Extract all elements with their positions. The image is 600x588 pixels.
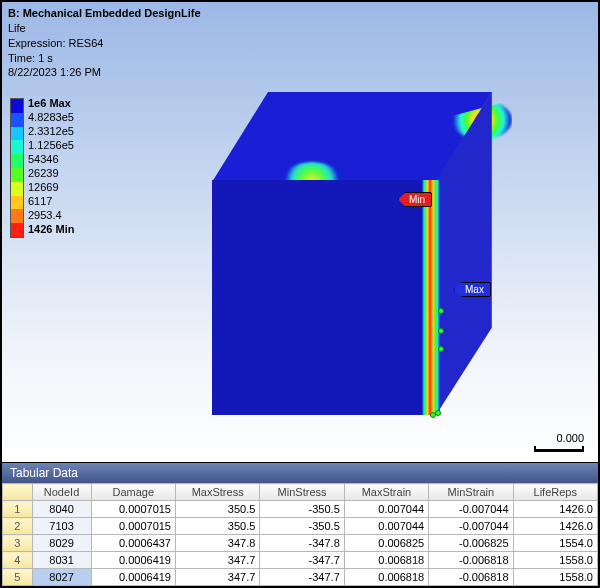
result-header: B: Mechanical Embedded DesignLife Life E…	[8, 6, 201, 80]
table-cell[interactable]: 1554.0	[513, 535, 597, 552]
table-cell[interactable]: -350.5	[260, 518, 344, 535]
corner-cell	[3, 484, 33, 501]
model-geometry[interactable]: Min Max	[212, 92, 562, 422]
result-expression: Expression: RES64	[8, 36, 201, 51]
table-cell[interactable]: 0.006818	[344, 569, 428, 586]
table-cell[interactable]: 8031	[32, 552, 91, 569]
legend-level: 12669	[28, 182, 74, 196]
hotspot-edge-gradient	[422, 180, 430, 415]
probe-dot[interactable]	[438, 308, 444, 314]
graphics-viewport[interactable]: B: Mechanical Embedded DesignLife Life E…	[2, 2, 598, 462]
table-cell[interactable]: -347.7	[260, 569, 344, 586]
legend-segment	[11, 223, 23, 237]
app-frame: B: Mechanical Embedded DesignLife Life E…	[0, 0, 600, 588]
table-cell[interactable]: 8029	[32, 535, 91, 552]
system-title: B: Mechanical Embedded DesignLife	[8, 6, 201, 21]
legend-segment	[11, 209, 23, 223]
legend-segment	[11, 154, 23, 168]
tabular-data-title[interactable]: Tabular Data	[2, 463, 598, 483]
row-index[interactable]: 4	[3, 552, 33, 569]
row-index[interactable]: 3	[3, 535, 33, 552]
tabular-data-table[interactable]: NodeId Damage MaxStress MinStress MaxStr…	[2, 483, 598, 586]
table-cell[interactable]: 0.006818	[344, 552, 428, 569]
table-cell[interactable]: -0.006818	[429, 552, 513, 569]
probe-dot[interactable]	[438, 346, 444, 352]
table-row[interactable]: 380290.0006437347.8-347.80.006825-0.0068…	[3, 535, 598, 552]
legend-level: 54346	[28, 154, 74, 168]
legend-colorbar	[10, 98, 24, 238]
legend-level: 26239	[28, 168, 74, 182]
col-header[interactable]: MinStress	[260, 484, 344, 501]
table-cell[interactable]: 1558.0	[513, 569, 597, 586]
tabular-data-panel: Tabular Data NodeId Damage MaxStress Min…	[2, 462, 598, 586]
col-header[interactable]: LifeReps	[513, 484, 597, 501]
legend-level: 6117	[28, 196, 74, 210]
table-cell[interactable]: 8040	[32, 501, 91, 518]
table-cell[interactable]: 350.5	[175, 518, 259, 535]
scale-bar: 0.000	[534, 432, 584, 452]
table-cell[interactable]: 0.007044	[344, 518, 428, 535]
result-timestamp: 8/22/2023 1:26 PM	[8, 65, 201, 80]
table-cell[interactable]: 0.0006437	[91, 535, 175, 552]
table-cell[interactable]: 1426.0	[513, 501, 597, 518]
table-cell[interactable]: 347.7	[175, 552, 259, 569]
table-row[interactable]: 580270.0006419347.7-347.70.006818-0.0068…	[3, 569, 598, 586]
col-header[interactable]: MaxStress	[175, 484, 259, 501]
table-cell[interactable]: 0.007044	[344, 501, 428, 518]
table-cell[interactable]: 0.0007015	[91, 501, 175, 518]
hotspot-edge-gradient	[430, 180, 440, 415]
table-cell[interactable]: -347.7	[260, 552, 344, 569]
table-cell[interactable]: 0.0006419	[91, 552, 175, 569]
col-header[interactable]: MaxStrain	[344, 484, 428, 501]
legend-segment	[11, 99, 23, 113]
table-row[interactable]: 271030.0007015350.5-350.50.007044-0.0070…	[3, 518, 598, 535]
contour-legend[interactable]: 1e6 Max 4.8283e5 2.3312e5 1.1256e5 54346…	[10, 98, 74, 238]
table-cell[interactable]: -0.006818	[429, 569, 513, 586]
legend-segment	[11, 113, 23, 127]
legend-segment	[11, 196, 23, 210]
legend-level: 2.3312e5	[28, 126, 74, 140]
table-cell[interactable]: 1558.0	[513, 552, 597, 569]
table-header-row: NodeId Damage MaxStress MinStress MaxStr…	[3, 484, 598, 501]
table-cell[interactable]: -350.5	[260, 501, 344, 518]
col-header[interactable]: Damage	[91, 484, 175, 501]
probe-dot[interactable]	[438, 328, 444, 334]
scale-value: 0.000	[556, 432, 584, 444]
result-time: Time: 1 s	[8, 51, 201, 66]
table-cell[interactable]: 347.7	[175, 569, 259, 586]
legend-segment	[11, 140, 23, 154]
table-cell[interactable]: 8027	[32, 569, 91, 586]
cube-front-face	[212, 180, 436, 415]
legend-segment	[11, 182, 23, 196]
table-cell[interactable]: -0.007044	[429, 518, 513, 535]
result-name: Life	[8, 21, 201, 36]
legend-max: 1e6 Max	[28, 98, 74, 112]
table-cell[interactable]: 1426.0	[513, 518, 597, 535]
table-cell[interactable]: 347.8	[175, 535, 259, 552]
table-cell[interactable]: 0.0007015	[91, 518, 175, 535]
legend-min: 1426 Min	[28, 224, 74, 238]
table-cell[interactable]: 7103	[32, 518, 91, 535]
legend-level: 2953.4	[28, 210, 74, 224]
col-header[interactable]: MinStrain	[429, 484, 513, 501]
legend-level: 1.1256e5	[28, 140, 74, 154]
legend-segment	[11, 168, 23, 182]
table-cell[interactable]: 350.5	[175, 501, 259, 518]
table-cell[interactable]: -0.006825	[429, 535, 513, 552]
row-index[interactable]: 1	[3, 501, 33, 518]
row-index[interactable]: 2	[3, 518, 33, 535]
scale-tick	[534, 446, 584, 452]
table-cell[interactable]: 0.006825	[344, 535, 428, 552]
table-row[interactable]: 180400.0007015350.5-350.50.007044-0.0070…	[3, 501, 598, 518]
legend-segment	[11, 127, 23, 141]
row-index[interactable]: 5	[3, 569, 33, 586]
legend-labels: 1e6 Max 4.8283e5 2.3312e5 1.1256e5 54346…	[28, 98, 74, 238]
table-cell[interactable]: -0.007044	[429, 501, 513, 518]
probe-dot[interactable]	[430, 412, 436, 418]
col-header[interactable]: NodeId	[32, 484, 91, 501]
table-cell[interactable]: 0.0006419	[91, 569, 175, 586]
legend-level: 4.8283e5	[28, 112, 74, 126]
table-row[interactable]: 480310.0006419347.7-347.70.006818-0.0068…	[3, 552, 598, 569]
table-cell[interactable]: -347.8	[260, 535, 344, 552]
